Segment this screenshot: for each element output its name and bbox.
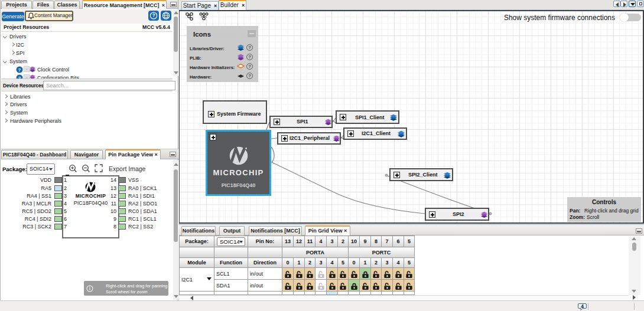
- svg-text:?: ?: [18, 67, 21, 73]
- svg-text:?: ?: [152, 12, 155, 18]
- svg-text:4: 4: [581, 303, 584, 309]
